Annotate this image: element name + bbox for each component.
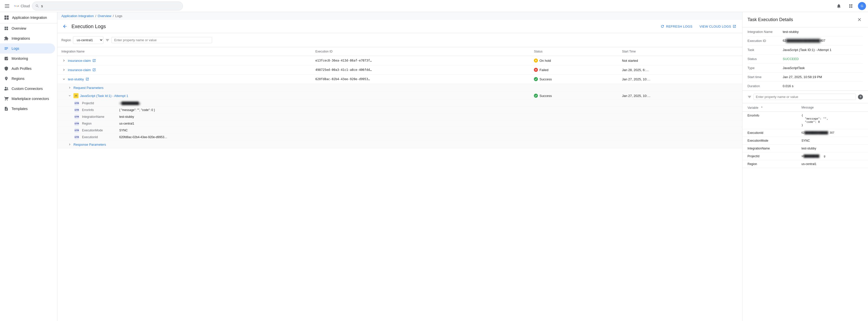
sidebar-item-monitoring[interactable]: Monitoring	[0, 54, 55, 64]
param-type-icon: STR	[74, 114, 79, 119]
filter-input-wrap[interactable]	[112, 37, 212, 43]
integration-link[interactable]: insurance-claim	[68, 68, 91, 72]
sidebar-label-integrations: Integrations	[11, 36, 30, 40]
content-area: Application Integration / Overview / Log…	[57, 12, 742, 321]
col-start-time: Start Time	[618, 47, 742, 56]
back-button[interactable]	[61, 23, 68, 30]
panel-header: Task Execution Details	[742, 12, 868, 27]
param-value: test-stubby	[119, 115, 134, 118]
apps-icon[interactable]	[846, 1, 856, 11]
page-title: Execution Logs	[71, 24, 106, 29]
param-type-icon: STR	[74, 101, 79, 106]
svg-rect-6	[7, 18, 9, 20]
panel-variable-cell: Region	[742, 160, 797, 168]
param-row: STR ProjectId st████████g	[57, 100, 742, 107]
status-dot	[534, 68, 538, 72]
param-value: { "message": "", "code": 0 }	[119, 108, 155, 112]
external-link-icon[interactable]	[92, 59, 96, 62]
sidebar-label-templates: Templates	[11, 107, 28, 111]
filter-bar: Region us-central1 us-east1 us-west1	[57, 33, 742, 47]
detail-row-duration: Duration 0.016 s	[747, 82, 863, 91]
breadcrumb-app-integration[interactable]: Application Integration	[61, 14, 94, 18]
sidebar-item-overview[interactable]: Overview	[0, 23, 55, 33]
sidebar-label-logs: Logs	[11, 46, 19, 50]
project-id-blurred: ████████	[804, 154, 824, 157]
variable-sort-icon[interactable]	[760, 105, 764, 109]
request-params-expand[interactable]	[67, 85, 72, 90]
panel-filter-input-wrap[interactable]	[753, 94, 856, 100]
sidebar-label-auth-profiles: Auth Profiles	[11, 67, 31, 71]
exec-id-blurred: ████████████████	[786, 39, 820, 42]
param-row: STR IntegrationName test-stubby	[57, 113, 742, 120]
row-expand-button[interactable]	[61, 58, 66, 63]
region-select[interactable]: us-central1 us-east1 us-west1	[73, 36, 103, 44]
integration-link[interactable]: insurance-claim	[68, 59, 91, 63]
js-task-link[interactable]: JavaScript (Task Id:1) - Attempt 1	[80, 94, 128, 98]
param-type-icon: STR	[74, 108, 79, 112]
integration-link[interactable]: test-stubby	[68, 77, 84, 81]
js-task-expand[interactable]	[67, 94, 72, 98]
menu-icon[interactable]	[2, 1, 12, 11]
param-value: 620fd8ac-02b4-43ee-920e-d9953…	[119, 135, 167, 139]
search-input[interactable]	[41, 4, 180, 8]
js-task-start-time: Jan 27, 2025, 10:…	[618, 92, 742, 100]
svg-rect-4	[7, 15, 9, 17]
panel-title: Task Execution Details	[747, 17, 793, 22]
refresh-logs-button[interactable]: REFRESH LOGS	[658, 23, 694, 30]
panel-message-cell: us-central1	[797, 160, 868, 168]
request-params-link[interactable]: Request Parameters	[73, 86, 103, 90]
exec-id-start: 62	[783, 39, 786, 42]
panel-message-cell: { "message": "", "code": 0 }	[797, 112, 868, 129]
col-status: Status	[530, 47, 618, 56]
google-cloud-logo[interactable]: Cloud	[14, 3, 30, 8]
sidebar-item-logs[interactable]: Logs	[0, 43, 55, 54]
notifications-icon[interactable]	[834, 1, 844, 11]
detail-row-task: Task JavaScript (Task ID:1) - Attempt 1	[747, 45, 863, 55]
sidebar-item-regions[interactable]: Regions	[0, 74, 55, 84]
view-cloud-logs-button[interactable]: VIEW CLOUD LOGS	[698, 23, 738, 30]
sidebar: Application Integration Overview Integra…	[0, 12, 57, 321]
panel-close-button[interactable]	[856, 16, 863, 23]
js-icon: JS	[73, 93, 79, 98]
help-icon[interactable]: ?	[858, 95, 863, 100]
breadcrumb-overview[interactable]: Overview	[98, 14, 111, 18]
start-time-cell: Not started	[618, 56, 742, 65]
detail-row-status: Status SUCCEED	[747, 55, 863, 64]
filter-input[interactable]	[114, 38, 209, 42]
row-expand-button[interactable]	[61, 67, 66, 72]
response-params-link[interactable]: Response Parameters	[73, 143, 106, 146]
sidebar-item-marketplace-connectors[interactable]: Marketplace connectors	[0, 94, 55, 104]
param-row: STR ExecutionMode SYNC	[57, 127, 742, 134]
param-value-blurred: st████████g	[119, 102, 141, 105]
sidebar-label-marketplace-connectors: Marketplace connectors	[11, 97, 49, 101]
param-type-icon: STR	[74, 121, 79, 126]
external-link-icon[interactable]	[92, 68, 96, 72]
sidebar-app-header: Application Integration	[0, 12, 57, 23]
sidebar-label-monitoring: Monitoring	[11, 57, 28, 61]
panel-message-cell: SYNC	[797, 137, 868, 145]
search-bar[interactable]	[32, 1, 183, 10]
panel-filter-icon	[747, 95, 751, 99]
sidebar-item-auth-profiles[interactable]: Auth Profiles	[0, 64, 55, 74]
panel-filter-row: ?	[747, 94, 863, 100]
panel-table-wrap: Variable Message ErrorInfo { "message": …	[742, 103, 868, 321]
user-avatar[interactable]: G	[858, 2, 866, 10]
start-time-cell: Jan 27, 2025, 10:…	[618, 75, 742, 84]
svg-rect-5	[4, 18, 6, 20]
external-link-icon[interactable]	[86, 77, 89, 81]
panel-table-row: ExecutionMode SYNC	[742, 137, 868, 145]
panel-table-row: Region us-central1	[742, 160, 868, 168]
row-expand-button[interactable]	[61, 77, 66, 82]
panel-message-cell: 62████████████307	[797, 129, 868, 137]
cloud-text: Cloud	[21, 4, 30, 8]
sidebar-app-label: Application Integration	[12, 15, 47, 20]
response-params-expand[interactable]	[67, 142, 72, 147]
panel-filter-area: ?	[742, 91, 868, 103]
sidebar-label-custom-connectors: Custom Connectors	[11, 87, 43, 91]
sidebar-item-integrations[interactable]: Integrations	[0, 33, 55, 43]
table-row: test-stubby 620fd8ac-02b4-43ee-920e-d995…	[57, 75, 742, 84]
exec-id-end: 807	[820, 39, 825, 42]
sidebar-item-custom-connectors[interactable]: Custom Connectors	[0, 84, 55, 94]
panel-filter-input[interactable]	[756, 95, 854, 99]
sidebar-item-templates[interactable]: Templates	[0, 104, 55, 114]
